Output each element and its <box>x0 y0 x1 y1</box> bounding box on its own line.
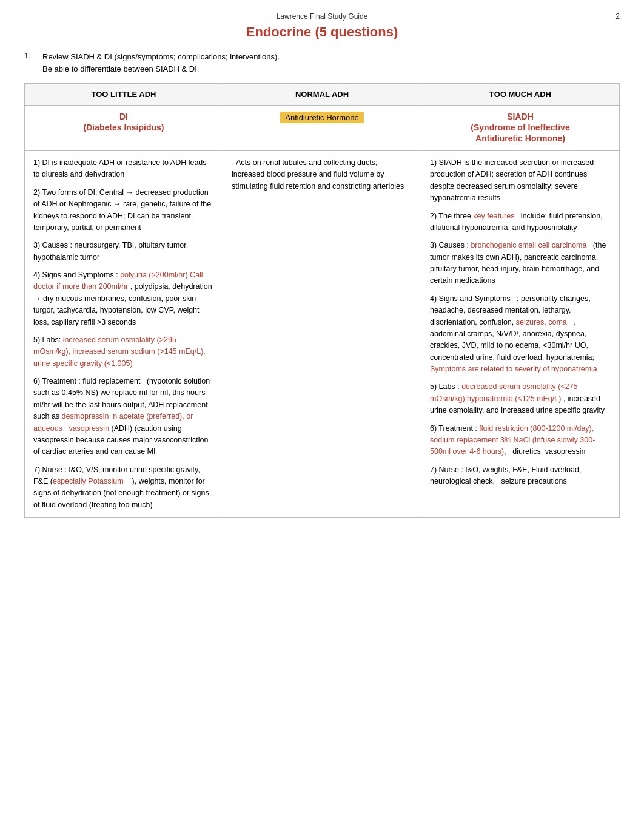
col2-content: - Acts on renal tubules and collecting d… <box>232 157 412 192</box>
siadh-point6: 6) Treatment : fluid restriction (800-12… <box>430 423 611 458</box>
col2-title-cell: Antidiuretic Hormone <box>223 106 421 151</box>
siadh-point7: 7) Nurse : I&O, weights, F&E, Fluid over… <box>430 464 611 488</box>
di-point7: 7) Nurse : I&O, V/S, monitor urine speci… <box>33 464 214 512</box>
col2-content-cell: - Acts on renal tubules and collecting d… <box>223 151 421 518</box>
col1-title-cell: DI (Diabetes Insipidus) <box>25 106 223 151</box>
intro-text: Review SIADH & DI (signs/symptoms; compl… <box>42 51 280 75</box>
col1-content: 1) DI is inadequate ADH or resistance to… <box>33 157 214 511</box>
di-point4: 4) Signs and Symptoms : polyuria (>200ml… <box>33 269 214 328</box>
col3-header: TOO MUCH ADH <box>421 84 620 106</box>
di-point3: 3) Causes : neurosurgery, TBI, pituitary… <box>33 240 214 263</box>
main-title: Endocrine (5 questions) <box>24 24 620 40</box>
comparison-table: TOO LITTLE ADH NORMAL ADH TOO MUCH ADH D… <box>24 83 620 518</box>
col3-content-cell: 1) SIADH is the increased secretion or i… <box>421 151 620 518</box>
siadh-point4: 4) Signs and Symptoms : personality chan… <box>430 293 611 376</box>
siadh-point3: 3) Causes : bronchogenic small cell carc… <box>430 240 611 287</box>
col3-title-cell: SIADH (Syndrome of Ineffective Antidiure… <box>421 106 620 151</box>
intro-line2: Be able to differentiate between SIADH &… <box>42 64 199 73</box>
normal-adh-badge: Antidiuretic Hormone <box>280 112 363 123</box>
siadh-point5: 5) Labs : decreased serum osmolality (<2… <box>430 381 611 416</box>
col1-title: DI <box>33 112 214 121</box>
header-title: Lawrence Final Study Guide <box>277 12 368 21</box>
page-header: Lawrence Final Study Guide 2 <box>24 12 620 21</box>
intro-line1: Review SIADH & DI (signs/symptoms; compl… <box>42 52 280 61</box>
col1-header: TOO LITTLE ADH <box>25 84 223 106</box>
di-point1: 1) DI is inadequate ADH or resistance to… <box>33 157 214 181</box>
col1-content-cell: 1) DI is inadequate ADH or resistance to… <box>25 151 223 518</box>
col3-title: SIADH <box>430 112 611 121</box>
di-point6: 6) Treatment : fluid replacement (hypoto… <box>33 376 214 458</box>
adh-desc: - Acts on renal tubules and collecting d… <box>232 157 412 192</box>
di-point5: 5) Labs: increased serum osmolality (>29… <box>33 334 214 370</box>
col3-subtitle: (Syndrome of Ineffective <box>430 123 611 132</box>
di-point2: 2) Two forms of DI: Central → decreased … <box>33 187 214 234</box>
col2-header: NORMAL ADH <box>223 84 421 106</box>
intro-number: 1. <box>24 51 42 75</box>
intro-section: 1. Review SIADH & DI (signs/symptoms; co… <box>24 51 620 75</box>
siadh-point2: 2) The three key features include: fluid… <box>430 211 611 234</box>
col1-subtitle: (Diabetes Insipidus) <box>33 123 214 132</box>
col3-subtitle2: Antidiuretic Hormone) <box>430 134 611 143</box>
page-number: 2 <box>615 12 620 21</box>
siadh-point1: 1) SIADH is the increased secretion or i… <box>430 157 611 205</box>
col3-content: 1) SIADH is the increased secretion or i… <box>430 157 611 487</box>
